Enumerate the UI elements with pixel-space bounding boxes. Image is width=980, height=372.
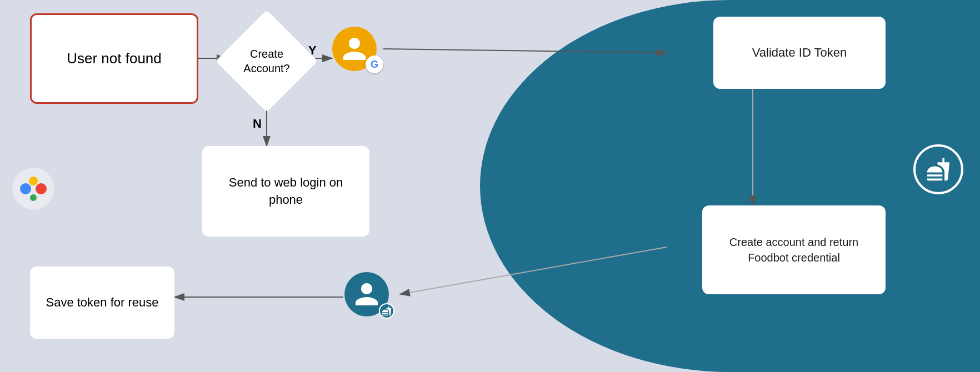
no-label: N xyxy=(253,117,262,131)
foodbot-person-circle xyxy=(344,272,389,316)
user-not-found-box: User not found xyxy=(30,13,198,104)
foodbot-fork-badge xyxy=(379,303,394,319)
svg-point-9 xyxy=(12,168,54,210)
svg-point-12 xyxy=(29,177,38,185)
svg-point-13 xyxy=(30,194,37,201)
foodbot-person-svg xyxy=(353,280,381,308)
fork-knife-small-icon xyxy=(382,306,392,316)
foodbot-icon-group xyxy=(344,272,389,316)
diamond-label: Create Account? xyxy=(222,17,311,105)
google-g-badge: G xyxy=(366,56,383,73)
create-account-diamond: Create Account? xyxy=(222,17,311,105)
create-account-box: Create account and return Foodbot creden… xyxy=(702,205,886,294)
google-g-letter: G xyxy=(371,59,378,71)
google-icon-group: G xyxy=(332,27,377,71)
assistant-svg xyxy=(11,167,56,211)
send-to-web-box: Send to web login on phone xyxy=(202,146,369,237)
google-assistant-icon xyxy=(11,167,61,217)
fork-circle-right xyxy=(913,144,963,194)
fork-knife-right-icon xyxy=(926,157,951,182)
svg-point-10 xyxy=(20,183,31,194)
svg-point-11 xyxy=(36,183,47,194)
save-token-box: Save token for reuse xyxy=(30,267,174,339)
validate-token-box: Validate ID Token xyxy=(713,17,886,89)
person-svg xyxy=(341,35,368,63)
